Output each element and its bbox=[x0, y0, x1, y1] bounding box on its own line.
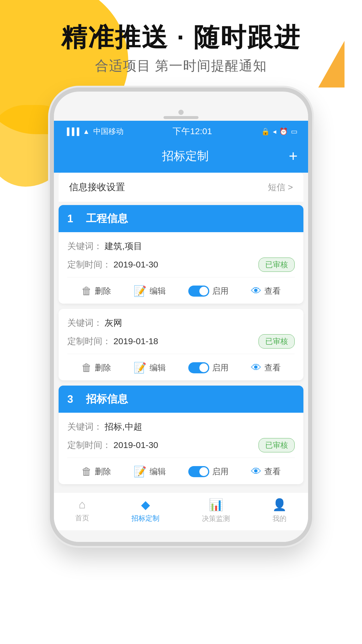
trash-icon-3: 🗑 bbox=[81, 466, 92, 478]
nav-label-bidding: 招标定制 bbox=[131, 514, 159, 523]
card-3-time-row: 定制时间： 2019-01-30 已审核 bbox=[67, 438, 295, 452]
toggle-1[interactable] bbox=[188, 286, 209, 297]
nav-item-profile[interactable]: 👤 我的 bbox=[272, 498, 287, 523]
toggle-track-2 bbox=[188, 362, 209, 373]
nav-item-bidding[interactable]: ◆ 招标定制 bbox=[131, 498, 159, 523]
toggle-thumb-2 bbox=[199, 363, 208, 372]
phone-camera bbox=[178, 110, 184, 115]
toggle-thumb-3 bbox=[199, 467, 208, 476]
delete-button-3[interactable]: 🗑 删除 bbox=[81, 466, 111, 478]
app-header-title: 招标定制 bbox=[82, 148, 289, 164]
edit-label-1: 编辑 bbox=[150, 286, 166, 297]
card-2-keyword-row: 关键词： 灰网 bbox=[67, 317, 295, 329]
add-button[interactable]: + bbox=[289, 148, 298, 164]
card-3-title: 招标信息 bbox=[86, 392, 128, 406]
delete-button-2[interactable]: 🗑 删除 bbox=[81, 362, 111, 374]
eye-icon-2: 👁 bbox=[251, 362, 261, 374]
nav-item-monitor[interactable]: 📊 决策监测 bbox=[202, 498, 230, 523]
carrier-label: 中国移动 bbox=[93, 126, 124, 136]
card-3-keyword-row: 关键词： 招标,中超 bbox=[67, 421, 295, 433]
info-setting-label: 信息接收设置 bbox=[69, 181, 125, 194]
nav-label-monitor: 决策监测 bbox=[202, 514, 230, 523]
view-button-1[interactable]: 👁 查看 bbox=[251, 285, 281, 297]
enable-label-1: 启用 bbox=[212, 286, 229, 297]
alarm-icon: ⏰ bbox=[279, 127, 288, 136]
card-1-title: 工程信息 bbox=[86, 211, 128, 226]
enable-button-3[interactable]: 启用 bbox=[188, 466, 229, 477]
card-2-divider bbox=[67, 354, 295, 354]
phone-frame: ▐▐▐ ▲ 中国移动 下午12:01 🔒 ◂ ⏰ ▭ 招标定制 + 信息接收设置… bbox=[50, 88, 312, 546]
enable-button-1[interactable]: 启用 bbox=[188, 286, 229, 297]
phone-top-bar bbox=[54, 106, 308, 121]
hero-title-part1: 精准推送 bbox=[61, 23, 168, 52]
eye-icon-1: 👁 bbox=[251, 285, 261, 297]
app-header: 招标定制 + bbox=[54, 142, 308, 173]
toggle-2[interactable] bbox=[188, 362, 209, 373]
card-1-keyword-row: 关键词： 建筑,项目 bbox=[67, 240, 295, 252]
phone-mockup: ▐▐▐ ▲ 中国移动 下午12:01 🔒 ◂ ⏰ ▭ 招标定制 + 信息接收设置… bbox=[50, 88, 312, 546]
toggle-3[interactable] bbox=[188, 466, 209, 477]
location-icon: ◂ bbox=[273, 127, 276, 136]
home-icon: ⌂ bbox=[79, 498, 86, 511]
card-1-body: 关键词： 建筑,项目 定制时间： 2019-01-30 已审核 bbox=[59, 232, 303, 304]
wifi-icon: ▲ bbox=[83, 127, 90, 136]
enable-label-3: 启用 bbox=[212, 466, 229, 477]
card-3-badge: 已审核 bbox=[259, 438, 295, 452]
hero-subtitle: 合适项目 第一时间提醒通知 bbox=[0, 57, 362, 75]
view-button-2[interactable]: 👁 查看 bbox=[251, 362, 281, 374]
edit-icon: 📝 bbox=[133, 285, 147, 297]
edit-button-2[interactable]: 📝 编辑 bbox=[133, 362, 166, 374]
card-3-header: 3 招标信息 bbox=[59, 386, 303, 413]
status-bar: ▐▐▐ ▲ 中国移动 下午12:01 🔒 ◂ ⏰ ▭ bbox=[54, 121, 308, 142]
card-3-actions: 🗑 删除 📝 编辑 bbox=[67, 460, 295, 484]
eye-icon-3: 👁 bbox=[251, 466, 261, 478]
phone-speaker bbox=[164, 116, 198, 119]
trash-icon-2: 🗑 bbox=[81, 362, 92, 374]
card-3-number: 3 bbox=[67, 393, 79, 405]
card-3-body: 关键词： 招标,中超 定制时间： 2019-01-30 已审核 bbox=[59, 413, 303, 484]
nav-item-home[interactable]: ⌂ 首页 bbox=[75, 498, 89, 523]
diamond-icon: ◆ bbox=[141, 498, 150, 511]
enable-button-2[interactable]: 启用 bbox=[188, 362, 229, 373]
chart-icon: 📊 bbox=[209, 498, 223, 512]
card-1-time-row: 定制时间： 2019-01-30 已审核 bbox=[67, 258, 295, 272]
signal-icon: ▐▐▐ bbox=[64, 127, 79, 136]
edit-icon-3: 📝 bbox=[133, 466, 147, 478]
toggle-track-3 bbox=[188, 466, 209, 477]
edit-label-3: 编辑 bbox=[150, 466, 166, 477]
person-icon: 👤 bbox=[272, 498, 287, 512]
card-1: 1 工程信息 关键词： 建筑,项目 定制时间： 2019-01-30 bbox=[59, 205, 303, 304]
hero-title: 精准推送 · 随时跟进 bbox=[0, 23, 362, 52]
view-label-1: 查看 bbox=[264, 286, 281, 297]
card-3-divider bbox=[67, 458, 295, 458]
card-1-number: 1 bbox=[67, 213, 79, 225]
toggle-thumb-1 bbox=[199, 287, 208, 295]
delete-label-3: 删除 bbox=[95, 466, 111, 477]
hero-dot: · bbox=[177, 23, 185, 52]
view-label-3: 查看 bbox=[264, 466, 281, 477]
edit-button-3[interactable]: 📝 编辑 bbox=[133, 466, 166, 478]
lock-icon: 🔒 bbox=[261, 127, 270, 136]
view-button-3[interactable]: 👁 查看 bbox=[251, 466, 281, 478]
info-setting-value: 短信 > bbox=[268, 181, 293, 193]
toggle-track-1 bbox=[188, 286, 209, 297]
edit-button-1[interactable]: 📝 编辑 bbox=[133, 285, 166, 297]
card-1-header: 1 工程信息 bbox=[59, 205, 303, 232]
info-setting-bar[interactable]: 信息接收设置 短信 > bbox=[59, 173, 303, 202]
bottom-nav: ⌂ 首页 ◆ 招标定制 📊 决策监测 👤 我的 bbox=[54, 492, 308, 530]
card-1-actions: 🗑 删除 📝 编辑 bbox=[67, 280, 295, 304]
delete-button-1[interactable]: 🗑 删除 bbox=[81, 285, 111, 297]
edit-label-2: 编辑 bbox=[150, 362, 166, 373]
card-2-actions: 🗑 删除 📝 编辑 bbox=[67, 356, 295, 380]
status-right: 🔒 ◂ ⏰ ▭ bbox=[261, 127, 298, 136]
view-label-2: 查看 bbox=[264, 362, 281, 373]
trash-icon: 🗑 bbox=[81, 285, 92, 297]
delete-label-1: 删除 bbox=[95, 286, 111, 297]
card-1-badge: 已审核 bbox=[259, 258, 295, 272]
card-1-divider bbox=[67, 277, 295, 277]
hero-section: 精准推送 · 随时跟进 合适项目 第一时间提醒通知 bbox=[0, 23, 362, 75]
phone-bottom bbox=[54, 530, 308, 542]
card-3: 3 招标信息 关键词： 招标,中超 定制时间： 2019-01-30 bbox=[59, 386, 303, 484]
status-left: ▐▐▐ ▲ 中国移动 bbox=[64, 126, 124, 136]
status-time: 下午12:01 bbox=[173, 125, 212, 137]
